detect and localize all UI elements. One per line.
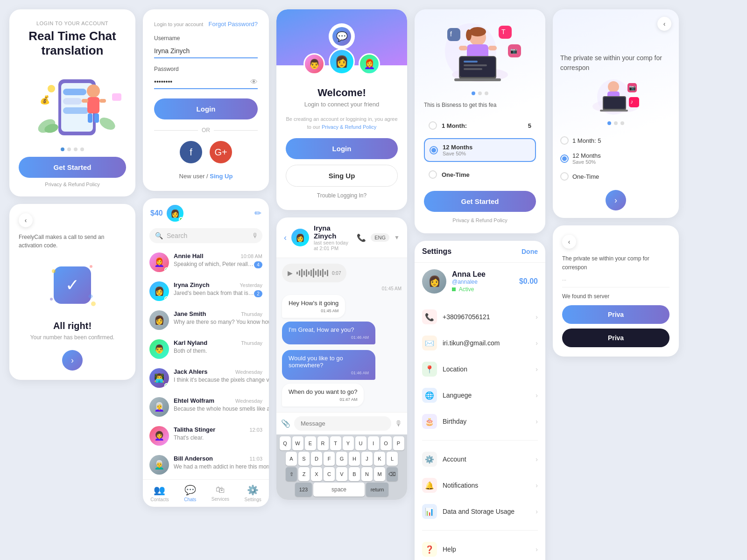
verify-back-button[interactable]: ‹ <box>19 213 33 227</box>
settings-birthday[interactable]: 🎂 Birthday › <box>415 408 545 434</box>
nav-services[interactable]: 🛍 Services <box>211 484 229 502</box>
key-i[interactable]: I <box>368 436 379 450</box>
key-c[interactable]: C <box>324 467 335 481</box>
terms-link[interactable]: Privacy & Refund Policy <box>322 124 376 130</box>
settings-phone[interactable]: 📞 +380967056121 › <box>415 304 545 330</box>
price-option-onetime[interactable]: One-Time <box>560 168 671 184</box>
private2-button-2[interactable]: Priva <box>562 329 669 347</box>
trouble-link[interactable]: Trouble Logging In? <box>286 192 398 199</box>
settings-language[interactable]: 🌐 Languege › <box>415 382 545 408</box>
key-x[interactable]: X <box>311 467 322 481</box>
price-option-12months[interactable]: 12 Months Save 50% <box>560 148 671 168</box>
message-input[interactable] <box>294 416 391 431</box>
key-s[interactable]: S <box>298 452 310 466</box>
chat-item-bill-anderson[interactable]: 👨‍🦳 Bill Anderson 11:03 We had a meth ad… <box>143 450 269 479</box>
radio-12months <box>430 146 438 154</box>
get-started-sub-button[interactable]: Get Started <box>424 191 536 212</box>
key-v[interactable]: V <box>336 467 347 481</box>
mic-icon[interactable]: 🎙 <box>395 420 402 428</box>
private-back-button[interactable]: ‹ <box>657 17 671 31</box>
sent-message-1: I'm Great, How are you? 01:46 AM <box>282 322 402 344</box>
key-t[interactable]: T <box>330 436 341 450</box>
key-n[interactable]: N <box>361 467 373 481</box>
contacts-icon: 👥 <box>154 484 165 496</box>
nav-contacts[interactable]: 👥 Contacts <box>150 484 169 502</box>
mic-icon[interactable]: 🎙 <box>252 232 259 239</box>
key-p[interactable]: P <box>393 436 404 450</box>
google-login-button[interactable]: G+ <box>210 141 232 163</box>
privacy-link[interactable]: Privacy & Refund Policy <box>19 182 126 187</box>
key-u[interactable]: U <box>355 436 366 450</box>
sub-option-12months[interactable]: 12 Months Save 50% <box>424 138 536 162</box>
settings-data-storage[interactable]: 📊 Data and Storage Usage › <box>415 498 545 525</box>
conversation-back-button[interactable]: ‹ <box>284 233 287 243</box>
key-b[interactable]: B <box>349 467 360 481</box>
welcome-signup-button[interactable]: Sing Up <box>286 165 398 187</box>
settings-account[interactable]: ⚙️ Account › <box>415 446 545 472</box>
chat-item-annie-hall[interactable]: 👩‍🦰 Annie Hall 10:08 AM Speaking of whic… <box>143 248 269 277</box>
key-m[interactable]: M <box>374 467 385 481</box>
call-button[interactable]: 📞 <box>357 233 366 242</box>
settings-notifications[interactable]: 🔔 Notifications › <box>415 472 545 498</box>
play-icon[interactable]: ▶ <box>288 269 293 277</box>
key-backspace[interactable]: ⌫ <box>387 467 398 481</box>
private-next-button[interactable]: › <box>606 190 626 210</box>
verify-next-button[interactable]: › <box>62 350 83 371</box>
key-l[interactable]: L <box>387 452 398 466</box>
chat-item-jane-smith[interactable]: 👩 Jane Smith Thursday Why are there so m… <box>143 306 269 335</box>
settings-location[interactable]: 📍 Location › <box>415 356 545 382</box>
sub-option-1-month[interactable]: 1 Month: 5 <box>424 117 536 134</box>
onboarding-illustration-svg: 💰 <box>26 65 128 140</box>
key-123[interactable]: 123 <box>295 483 312 497</box>
key-j[interactable]: J <box>361 452 373 466</box>
key-r[interactable]: R <box>317 436 329 450</box>
key-space[interactable]: space <box>313 483 365 497</box>
chat-item-ehtel-wolfram[interactable]: 👩‍🦳 Ehtel Wolfram Wednesday Because the … <box>143 392 269 421</box>
nav-chats[interactable]: 💬 Chats <box>184 484 196 502</box>
audio-duration: 0:07 <box>332 271 341 276</box>
notifications-label: Notifications <box>443 482 536 489</box>
key-z[interactable]: Z <box>298 467 310 481</box>
welcome-login-button[interactable]: Login <box>286 138 398 159</box>
password-input[interactable] <box>154 75 258 89</box>
key-o[interactable]: O <box>381 436 392 450</box>
price-option-1month[interactable]: 1 Month: 5 <box>560 133 671 148</box>
chat-item-iryna-zinych[interactable]: 👩 Iryna Zinych Yesterday Jared's been ba… <box>143 277 269 306</box>
key-e[interactable]: E <box>305 436 316 450</box>
chat-item-jack-ahlers[interactable]: 👨‍💻 Jack Ahlers Wednesday I think it's b… <box>143 364 269 392</box>
language-badge[interactable]: ENG <box>371 233 389 242</box>
settings-help[interactable]: ❓ Help › <box>415 536 545 560</box>
compose-icon[interactable]: ✏ <box>254 208 261 218</box>
settings-email[interactable]: ✉️ iri.tikun@gmail.com › <box>415 330 545 356</box>
facebook-login-button[interactable]: f <box>180 141 202 163</box>
get-started-button[interactable]: Get Started <box>19 157 126 178</box>
private2-back-button[interactable]: ‹ <box>562 235 576 249</box>
login-button[interactable]: Login <box>154 98 258 119</box>
sub-option-onetime[interactable]: One-Time <box>424 166 536 183</box>
key-d[interactable]: D <box>311 452 322 466</box>
private2-button-1[interactable]: Priva <box>562 305 669 324</box>
key-k[interactable]: K <box>374 452 385 466</box>
verify-subtitle: Your number has been confirmed. <box>19 334 126 341</box>
sub-privacy-link[interactable]: Privacy & Refund Policy <box>452 217 507 223</box>
key-a[interactable]: A <box>286 452 297 466</box>
key-q[interactable]: Q <box>280 436 291 450</box>
key-w[interactable]: W <box>292 436 303 450</box>
username-input[interactable] <box>154 44 258 58</box>
key-return[interactable]: return <box>366 483 388 497</box>
search-input[interactable] <box>167 232 248 239</box>
settings-done-button[interactable]: Done <box>521 248 538 255</box>
nav-settings[interactable]: ⚙️ Settings <box>245 484 261 502</box>
signup-link[interactable]: Sing Up <box>210 173 233 180</box>
key-shift[interactable]: ⇧ <box>286 467 297 481</box>
attachment-icon[interactable]: 📎 <box>281 419 290 428</box>
forgot-password-link[interactable]: Forgot Password? <box>209 21 258 28</box>
key-g[interactable]: G <box>336 452 347 466</box>
chat-item-talitha-stinger[interactable]: 👩‍🦱 Talitha Stinger 12:03 That's clear. <box>143 421 269 450</box>
password-toggle-icon[interactable]: 👁 <box>250 78 258 86</box>
chat-avatar: 👩‍🦱 <box>149 426 169 446</box>
chat-item-karl-nyland[interactable]: 👨 Karl Nyland Thursday Both of them. <box>143 335 269 364</box>
key-y[interactable]: Y <box>343 436 354 450</box>
key-f[interactable]: F <box>324 452 335 466</box>
key-h[interactable]: H <box>349 452 360 466</box>
